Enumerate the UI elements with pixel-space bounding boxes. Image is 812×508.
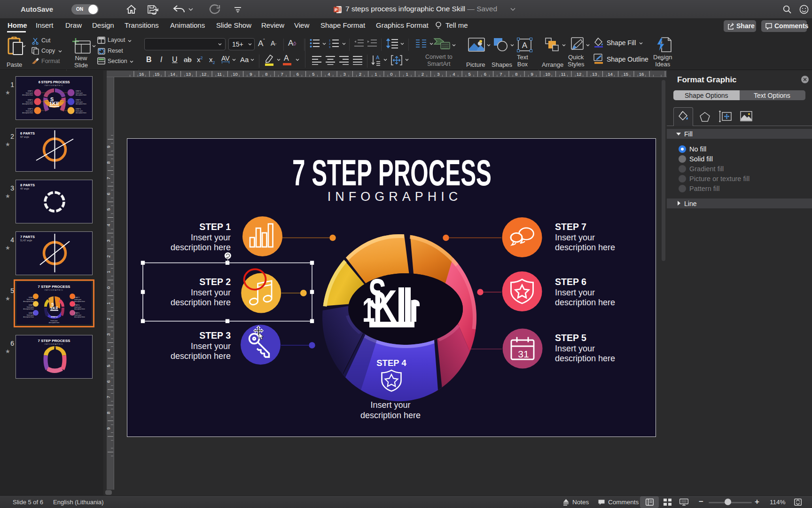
svg-text:Insert your: Insert your xyxy=(555,344,595,353)
svg-text:Insert your: Insert your xyxy=(370,400,410,410)
svg-text:6: 6 xyxy=(484,71,486,77)
svg-text:1: 1 xyxy=(406,71,408,77)
svg-text:5: 5 xyxy=(312,71,314,77)
svg-text:description here: description here xyxy=(76,94,86,96)
svg-text:5: 5 xyxy=(107,208,111,211)
svg-text:STEP 4: STEP 4 xyxy=(376,358,406,368)
svg-text:16: 16 xyxy=(139,71,144,77)
svg-text:1: 1 xyxy=(329,39,331,42)
svg-text:2: 2 xyxy=(107,318,111,320)
svg-text:A: A xyxy=(522,41,528,50)
svg-text:description here: description here xyxy=(74,316,85,318)
svg-text:description here: description here xyxy=(22,103,33,105)
svg-text:15: 15 xyxy=(155,71,160,77)
svg-text:6: 6 xyxy=(107,192,111,195)
svg-text:13: 13 xyxy=(186,71,191,77)
svg-text:0: 0 xyxy=(107,286,111,289)
svg-text:9: 9 xyxy=(107,146,111,148)
svg-text:15: 15 xyxy=(624,71,629,77)
svg-text:STEP 3: STEP 3 xyxy=(199,330,231,341)
svg-text:4: 4 xyxy=(453,71,455,77)
svg-text:11: 11 xyxy=(561,71,566,77)
svg-text:8: 8 xyxy=(107,412,111,414)
svg-text:STEP 7: STEP 7 xyxy=(555,222,586,232)
svg-text:4: 4 xyxy=(107,224,111,226)
svg-text:description here: description here xyxy=(23,308,34,310)
svg-text:description here: description here xyxy=(555,298,615,307)
svg-text:11: 11 xyxy=(217,71,222,77)
svg-text:3: 3 xyxy=(437,71,439,77)
svg-text:0: 0 xyxy=(390,71,392,77)
svg-text:3: 3 xyxy=(107,333,111,336)
svg-text:A: A xyxy=(376,55,380,60)
svg-text:9: 9 xyxy=(531,71,533,77)
svg-text:Insert your: Insert your xyxy=(555,288,595,297)
svg-text:9: 9 xyxy=(250,71,252,77)
svg-text:6: 6 xyxy=(297,71,299,77)
svg-text:description here: description here xyxy=(23,301,34,302)
svg-text:P: P xyxy=(335,7,338,12)
svg-text:7: 7 xyxy=(107,396,111,398)
svg-text:7: 7 xyxy=(500,71,502,77)
svg-text:9: 9 xyxy=(107,427,111,429)
svg-text:description here: description here xyxy=(76,112,86,114)
svg-text:1: 1 xyxy=(107,302,111,304)
svg-text:description here: description here xyxy=(360,411,421,420)
svg-text:4: 4 xyxy=(107,349,111,351)
svg-text:8: 8 xyxy=(265,71,267,77)
svg-text:7 STEP PROCESS: 7 STEP PROCESS xyxy=(292,152,492,193)
svg-text:description here: description here xyxy=(74,301,85,302)
svg-text:Insert your: Insert your xyxy=(191,233,231,242)
svg-text:14: 14 xyxy=(608,71,613,77)
svg-text:1KIl: 1KIl xyxy=(50,306,58,310)
svg-text:description here: description here xyxy=(555,243,615,252)
svg-text:10: 10 xyxy=(545,71,550,77)
svg-text:3: 3 xyxy=(344,71,346,77)
svg-text:INFOGRAPHIC: INFOGRAPHIC xyxy=(328,190,462,204)
svg-text:description here: description here xyxy=(76,103,86,105)
svg-text:1: 1 xyxy=(107,271,111,273)
svg-text:1: 1 xyxy=(375,71,377,77)
svg-text:8: 8 xyxy=(107,161,111,164)
svg-text:description here: description here xyxy=(171,351,231,361)
svg-text:10: 10 xyxy=(233,71,238,77)
svg-text:2: 2 xyxy=(422,71,424,77)
svg-text:7: 7 xyxy=(281,71,283,77)
svg-text:8: 8 xyxy=(515,71,517,77)
svg-text:description here: description here xyxy=(74,308,85,310)
svg-text:14: 14 xyxy=(170,71,175,77)
svg-text:3: 3 xyxy=(107,239,111,242)
svg-text:16: 16 xyxy=(639,71,644,77)
svg-text:description here: description here xyxy=(171,298,231,307)
svg-text:Insert your: Insert your xyxy=(191,288,231,297)
svg-text:description here: description here xyxy=(171,243,231,252)
svg-text:2: 2 xyxy=(107,255,111,257)
svg-text:STEP 6: STEP 6 xyxy=(555,277,586,287)
svg-text:description here: description here xyxy=(22,112,33,114)
svg-text:description here: description here xyxy=(555,354,615,363)
svg-text:Insert your: Insert your xyxy=(191,341,231,351)
svg-text:31: 31 xyxy=(518,349,529,359)
svg-text:5: 5 xyxy=(107,365,111,367)
svg-text:7: 7 xyxy=(107,177,111,179)
svg-text:3: 3 xyxy=(329,46,331,48)
svg-text:4: 4 xyxy=(328,71,330,77)
svg-text:2: 2 xyxy=(329,42,331,45)
svg-text:STEP 2: STEP 2 xyxy=(199,277,231,287)
svg-text:description here: description here xyxy=(23,316,34,318)
svg-text:STEP 5: STEP 5 xyxy=(555,333,586,343)
svg-text:13: 13 xyxy=(592,71,597,77)
svg-text:2: 2 xyxy=(359,71,361,77)
svg-text:STEP 1: STEP 1 xyxy=(199,222,231,232)
svg-text:5: 5 xyxy=(468,71,471,77)
svg-text:STEP 4: STEP 4 xyxy=(51,316,57,318)
svg-text:description here: description here xyxy=(22,94,33,96)
svg-text:6: 6 xyxy=(107,380,111,382)
svg-text:1KIl: 1KIl xyxy=(49,101,59,106)
svg-text:description here: description here xyxy=(49,322,60,324)
svg-text:12: 12 xyxy=(202,71,207,77)
svg-text:12: 12 xyxy=(577,71,582,77)
svg-text:Insert your: Insert your xyxy=(555,233,595,242)
